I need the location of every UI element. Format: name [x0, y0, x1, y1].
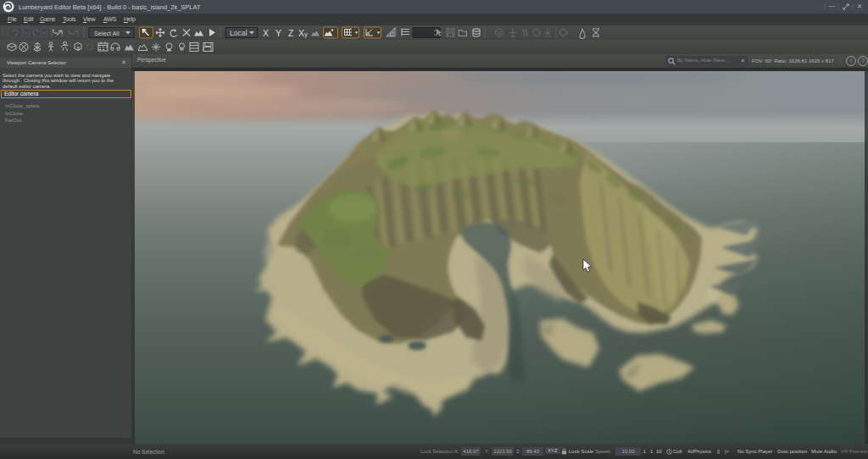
- svg-text:Y: Y: [275, 28, 281, 38]
- svg-text:X: X: [263, 28, 269, 38]
- svg-text:Z: Z: [288, 28, 294, 38]
- svg-text:Local: Local: [230, 29, 248, 37]
- svg-text:Xy: Xy: [298, 28, 308, 38]
- svg-text:a: a: [76, 45, 80, 51]
- svg-text:Select All: Select All: [94, 30, 120, 37]
- svg-text:R: R: [498, 30, 503, 37]
